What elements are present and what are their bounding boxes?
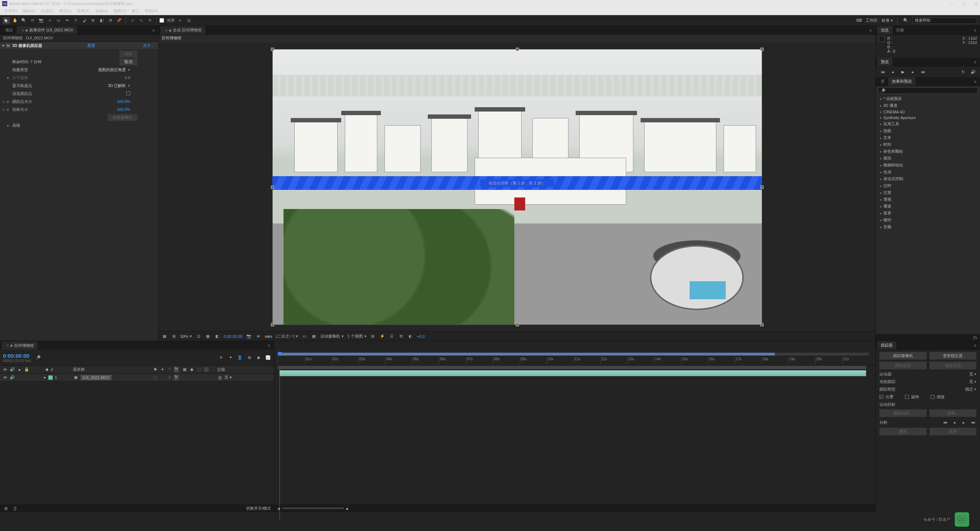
disclosure-icon[interactable]: ▸ <box>44 375 46 380</box>
comp-name[interactable]: 苏州博物馆 <box>162 36 181 40</box>
frame-blend-icon[interactable]: ⊞ <box>247 355 252 360</box>
layer-color-chip[interactable] <box>48 375 52 380</box>
safe-zones-icon[interactable]: ⊡ <box>196 333 201 339</box>
pan-behind-tool-icon[interactable]: ⊹ <box>46 17 53 24</box>
fx-col-icon[interactable]: fx <box>174 367 179 373</box>
timeline-ruler[interactable]: 01s 02s 03s 04s 05s 06s 07s 08s 09s 10s … <box>274 350 875 366</box>
panel-menu-icon[interactable]: ≡ <box>970 342 980 349</box>
tab-project[interactable]: 项目 <box>2 26 17 34</box>
label-col-icon[interactable]: ◆ <box>44 367 50 373</box>
timeline-timecode[interactable]: 0:00:00:00 <box>3 353 31 359</box>
snapping-icon[interactable]: ⌖ <box>177 17 184 24</box>
switches-icon[interactable]: ⬚ <box>196 367 202 373</box>
grid-icon[interactable]: ▦ <box>205 333 211 339</box>
roi-icon[interactable]: ▭ <box>302 333 307 339</box>
search-help-input[interactable]: 搜索帮助 <box>912 18 977 24</box>
fx-category[interactable]: 透视 <box>876 196 980 203</box>
maximize-button[interactable]: ☐ <box>963 2 966 6</box>
fast-preview-icon[interactable]: ⚡ <box>379 333 385 339</box>
roto-brush-tool-icon[interactable]: ◔ <box>107 17 114 24</box>
cancel-button[interactable]: 取消 <box>119 59 137 65</box>
fx-badge-icon[interactable]: fx <box>6 44 11 48</box>
views-dropdown[interactable]: 1 个视图 ▾ <box>347 333 366 339</box>
effect-header[interactable]: ▾ fx 3D 摄像机跟踪器 重置 关于... <box>0 42 158 50</box>
last-frame-icon[interactable]: ⏭ <box>920 69 926 75</box>
fx-category[interactable]: 3D 通道 <box>876 102 980 109</box>
hand-tool-icon[interactable]: ✋ <box>11 17 19 24</box>
brush-tool-icon[interactable]: 🖌 <box>81 17 88 24</box>
fx-category[interactable]: 遮罩 <box>876 210 980 217</box>
axis-world-icon[interactable]: ⤡ <box>137 17 145 24</box>
camera-tool-icon[interactable]: 📷 <box>38 17 45 24</box>
reset-link[interactable]: 重置 <box>85 43 97 48</box>
source-name-header[interactable]: 源名称 <box>71 367 150 372</box>
about-link[interactable]: 关于... <box>141 43 156 48</box>
playhead[interactable] <box>278 352 282 356</box>
menu-layer[interactable]: 图层(L) <box>57 8 74 14</box>
loop-icon[interactable]: ↻ <box>960 69 966 75</box>
tab-library[interactable]: 库 <box>877 77 888 86</box>
bbox-handle[interactable] <box>760 48 764 51</box>
play-icon[interactable]: ▶ <box>900 69 906 75</box>
fx-category[interactable]: 生成 <box>876 169 980 175</box>
switches-icon[interactable]: ⬛ <box>204 367 209 373</box>
menu-edit[interactable]: 编辑(E) <box>20 8 38 14</box>
lock-col-icon[interactable]: 🔒 <box>24 367 30 373</box>
fx-toggle[interactable]: fx <box>174 375 179 381</box>
mask-toggle-icon[interactable]: ◧ <box>214 333 220 339</box>
fx-category[interactable]: 时间 <box>876 141 980 148</box>
keyframe-icon[interactable]: ◇ <box>2 107 5 112</box>
fx-category[interactable]: 模拟 <box>876 155 980 162</box>
exposure-value[interactable]: +0.0 <box>417 334 425 339</box>
toggle-icon[interactable]: {} <box>12 505 18 511</box>
bbox-handle[interactable] <box>516 323 519 326</box>
switches-icon[interactable]: ◉ <box>189 367 195 373</box>
track-camera-button[interactable]: 跟踪摄像机 <box>879 352 927 360</box>
target-size-value[interactable]: 100.0% <box>117 107 156 112</box>
zoom-slider[interactable]: ▲ ▲ <box>277 506 349 510</box>
switch[interactable] <box>196 375 202 381</box>
switch[interactable]: / <box>167 375 172 381</box>
parent-header[interactable]: 父级 <box>215 367 274 372</box>
work-area-bar[interactable] <box>278 366 866 369</box>
graph-editor-icon[interactable]: 📈 <box>265 355 271 360</box>
panel-menu-icon[interactable]: ≡ <box>149 27 158 34</box>
disclosure-icon[interactable]: ▸ <box>7 123 10 128</box>
fx-category[interactable]: 扭曲 <box>876 128 980 134</box>
layer-name[interactable]: DJI_0022.MOV <box>81 375 111 380</box>
tab-info[interactable]: 信息 <box>877 26 892 34</box>
disclosure-icon[interactable]: ▸ <box>7 107 10 112</box>
solo-toggle-icon[interactable] <box>17 375 22 381</box>
prev-frame-icon[interactable]: ◂ <box>889 69 896 75</box>
timeline-track-area[interactable] <box>274 366 875 504</box>
tab-composition[interactable]: × ■ 合成 苏州博物馆 苏州博物馆 <box>160 26 205 34</box>
menu-animation[interactable]: 动画(A) <box>93 8 111 14</box>
disclosure-icon[interactable]: ▸ <box>7 99 10 104</box>
disclosure-icon[interactable]: ▾ <box>2 43 4 48</box>
track-size-value[interactable]: 100.0% <box>117 99 156 104</box>
fx-category[interactable]: 实用工具 <box>876 121 980 128</box>
shot-type-dropdown[interactable]: 视图的固定角度 <box>98 67 156 73</box>
resolution-dropdown[interactable]: (二分之一) ▾ <box>276 333 298 339</box>
tab-effects-presets[interactable]: 效果和预设 <box>888 77 915 86</box>
video-col-icon[interactable]: 👁 <box>2 367 8 373</box>
toggle-icon[interactable]: ⊞ <box>3 505 9 511</box>
fx-category[interactable]: * 动画预设 <box>876 95 980 102</box>
render-tracks-checkbox[interactable] <box>126 91 156 96</box>
layer-clip-bar[interactable] <box>279 370 866 376</box>
bbox-handle[interactable] <box>760 185 764 189</box>
fx-category[interactable]: 过渡 <box>876 189 980 196</box>
video-toggle-icon[interactable]: 👁 <box>2 375 8 381</box>
panel-menu-icon[interactable]: ≡ <box>970 78 980 85</box>
channel-icons[interactable] <box>265 334 272 339</box>
draft3d-icon[interactable]: ✦ <box>228 355 233 360</box>
comp-flowchart-icon[interactable]: ⧉ <box>398 333 404 339</box>
puppet-tool-icon[interactable]: 📌 <box>115 17 123 24</box>
switch[interactable] <box>204 375 209 381</box>
fx-category[interactable]: 键控 <box>876 217 980 223</box>
panel-menu-icon[interactable]: ≡ <box>866 27 875 34</box>
zoom-tool-icon[interactable]: 🔍 <box>20 17 27 24</box>
mute-icon[interactable]: 🔊 <box>970 69 977 75</box>
menu-window[interactable]: 窗口 <box>129 8 142 14</box>
tab-timeline-comp[interactable]: × ■ 苏州博物馆 <box>2 341 38 350</box>
